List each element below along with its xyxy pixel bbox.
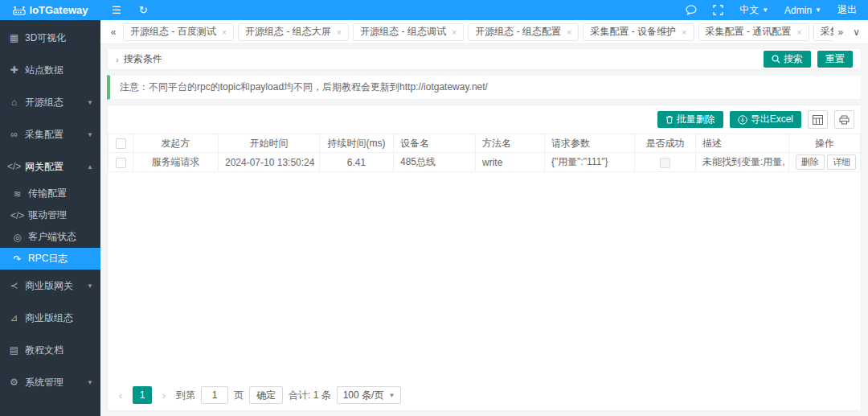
- cell-duration: 6.41: [320, 153, 394, 172]
- sidebar-item-commercial-gateway[interactable]: ≺ 商业版网关 ▼: [0, 270, 100, 302]
- col-method: 方法名: [476, 134, 545, 153]
- collapse-sidebar-icon[interactable]: ☰: [112, 4, 121, 16]
- tab-device-maintenance[interactable]: 采集配置 - 设备维护×: [583, 23, 694, 41]
- sidebar-item-3d[interactable]: ▦ 3D可视化: [0, 22, 100, 54]
- cell-operations: 删除 详细: [789, 153, 861, 172]
- system-management-icon: ⚙: [7, 377, 21, 388]
- next-page-icon[interactable]: ›: [158, 389, 170, 402]
- close-icon[interactable]: ×: [337, 27, 342, 37]
- language-switcher[interactable]: 中文 ▼: [739, 3, 768, 17]
- topbar-right: 中文 ▼ Admin ▼ 退出: [686, 3, 857, 17]
- collect-config-icon: ∞: [7, 129, 21, 140]
- table-toolbar: 批量删除 导出Excel: [108, 105, 861, 134]
- sidebar-item-driver-management[interactable]: </> 驱动管理: [0, 204, 100, 226]
- sidebar-item-label: 采集配置: [25, 128, 63, 142]
- chevron-down-icon: ▼: [87, 99, 93, 106]
- goto-confirm-button[interactable]: 确定: [249, 386, 283, 404]
- logo-text: IoTGateway: [30, 4, 88, 16]
- search-button[interactable]: 搜索: [764, 51, 811, 68]
- search-conditions-label: 搜索条件: [124, 52, 162, 66]
- sidebar-item-label: 驱动管理: [28, 208, 67, 222]
- table-empty-space: [108, 172, 861, 381]
- caret-down-icon: ▼: [388, 392, 395, 399]
- chevron-down-icon: ▼: [87, 379, 93, 386]
- col-request-params: 请求参数: [545, 134, 635, 153]
- table-row: 服务端请求 2024-07-10 13:50:24 6.41 485总线 wri…: [108, 153, 861, 172]
- chevron-down-icon: ▼: [87, 282, 93, 290]
- tabs-scroll-left-icon[interactable]: «: [104, 27, 123, 38]
- sidebar-item-label: 客户端状态: [28, 230, 76, 244]
- cell-request-params: {"用量":"111"}: [545, 153, 635, 172]
- sidebar-item-client-status[interactable]: ◎ 客户端状态: [0, 226, 100, 248]
- close-icon[interactable]: ×: [452, 27, 457, 37]
- reset-button[interactable]: 重置: [817, 51, 853, 68]
- sidebar-item-rpc-log[interactable]: ↷ RPC日志: [0, 248, 100, 270]
- sidebar-item-gateway-config[interactable]: </> 网关配置 ▲: [0, 150, 100, 183]
- close-icon[interactable]: ×: [682, 27, 686, 37]
- tab-label: 开源组态 - 百度测试: [130, 25, 216, 39]
- row-checkbox[interactable]: [116, 158, 126, 168]
- cell-device-name: 485总线: [394, 153, 476, 172]
- sidebar-item-system-management[interactable]: ⚙ 系统管理 ▼: [0, 366, 100, 398]
- tab-communication-config[interactable]: 采集配置 - 通讯配置×: [698, 23, 809, 41]
- cell-initiator: 服务端请求: [133, 153, 219, 172]
- tab-variable-config[interactable]: 采集配置 - 变量配置×: [813, 23, 833, 41]
- col-device-name: 设备名: [394, 134, 476, 153]
- username-label: Admin: [784, 5, 812, 16]
- select-all-checkbox[interactable]: [116, 138, 126, 149]
- close-icon[interactable]: ×: [567, 27, 571, 37]
- column-filter-icon[interactable]: [808, 110, 828, 129]
- sidebar-item-label: 系统管理: [25, 376, 63, 389]
- sidebar-item-site-data[interactable]: ✚ 站点数据: [0, 54, 100, 86]
- tab-scada-baidu-test[interactable]: 开源组态 - 百度测试×: [123, 23, 234, 41]
- search-conditions-toggle[interactable]: › 搜索条件: [116, 52, 162, 66]
- goto-page-input[interactable]: [201, 386, 228, 404]
- col-operations: 操作: [789, 134, 861, 153]
- sidebar-item-tutorial-docs[interactable]: ▤ 教程文档: [0, 334, 100, 366]
- sidebar-item-commercial-scada[interactable]: ⊿ 商业版组态: [0, 302, 100, 334]
- sidebar-item-collect-config[interactable]: ∞ 采集配置 ▼: [0, 118, 100, 150]
- close-icon[interactable]: ×: [796, 27, 801, 37]
- total-count-label: 合计: 1 条: [289, 389, 331, 402]
- tab-label: 采集配置 - 变量配置: [821, 25, 833, 39]
- logout-button[interactable]: 退出: [837, 3, 857, 17]
- page-1-button[interactable]: 1: [133, 386, 152, 404]
- goto-prefix-label: 到第: [176, 389, 195, 402]
- tab-scada-debug[interactable]: 开源组态 - 组态调试×: [353, 23, 464, 41]
- batch-delete-button[interactable]: 批量删除: [657, 111, 723, 128]
- row-detail-button[interactable]: 详细: [827, 154, 856, 170]
- gateway-config-icon: </>: [7, 161, 21, 172]
- cell-start-time: 2024-07-10 13:50:24: [219, 153, 320, 172]
- chevron-right-icon: ›: [116, 55, 119, 64]
- col-start-time: 开始时间: [219, 134, 320, 153]
- export-excel-button[interactable]: 导出Excel: [730, 111, 801, 128]
- row-delete-button[interactable]: 删除: [796, 154, 825, 170]
- refresh-icon[interactable]: ↻: [139, 4, 148, 16]
- search-panel: › 搜索条件 搜索 重置: [107, 48, 862, 70]
- sidebar-item-transfer-config[interactable]: ≋ 传输配置: [0, 183, 100, 204]
- caret-down-icon: ▼: [762, 6, 768, 14]
- sidebar-item-opensource-scada[interactable]: ⌂ 开源组态 ▼: [0, 86, 100, 118]
- fullscreen-icon[interactable]: [713, 5, 723, 15]
- sidebar-item-label: 网关配置: [25, 160, 63, 174]
- tab-scada-config[interactable]: 开源组态 - 组态配置×: [468, 23, 579, 41]
- col-initiator: 发起方: [133, 134, 219, 153]
- sidebar-item-label: RPC日志: [28, 252, 68, 266]
- tabs-scroll-right-icon[interactable]: »: [838, 27, 844, 38]
- cell-method: write: [476, 153, 545, 172]
- close-icon[interactable]: ×: [222, 27, 227, 37]
- col-description: 描述: [696, 134, 789, 153]
- tab-label: 开源组态 - 组态大屏: [245, 25, 331, 39]
- tab-scada-bigscreen[interactable]: 开源组态 - 组态大屏×: [238, 23, 349, 41]
- logout-label: 退出: [837, 3, 857, 17]
- message-icon[interactable]: [686, 5, 697, 15]
- commercial-scada-icon: ⊿: [7, 312, 21, 323]
- user-menu[interactable]: Admin ▼: [784, 5, 821, 16]
- site-data-icon: ✚: [7, 64, 21, 76]
- notice-banner: 注意：不同平台的rpc的topic和payload均不同，后期教程会更新到htt…: [107, 75, 862, 100]
- page-size-select[interactable]: 100 条/页 ▼: [337, 386, 402, 404]
- print-icon[interactable]: [834, 110, 854, 129]
- reset-button-label: 重置: [825, 52, 845, 66]
- tabs-menu-icon[interactable]: ∨: [853, 27, 860, 38]
- prev-page-icon[interactable]: ‹: [114, 389, 127, 402]
